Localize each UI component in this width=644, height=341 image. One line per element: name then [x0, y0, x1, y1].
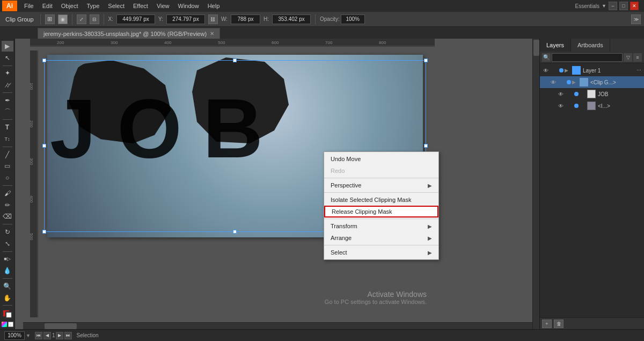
tab-artboards[interactable]: Artboards — [571, 39, 610, 52]
ellipse-tool[interactable]: ○ — [2, 172, 13, 183]
transform-icon[interactable]: ⤢ — [77, 14, 86, 24]
selection-tool[interactable]: ▶ — [2, 41, 13, 52]
next-page-btn[interactable]: ▶ — [56, 332, 63, 339]
new-layer-btn[interactable]: + — [542, 320, 552, 328]
ctx-arrange-arrow: ▶ — [428, 235, 432, 241]
color-mode-btn[interactable] — [2, 322, 7, 327]
none-mode-btn[interactable]: ⊘ — [8, 322, 13, 327]
y-label: Y: — [158, 16, 163, 22]
magic-wand-tool[interactable]: ✦ — [2, 68, 13, 78]
layer-row-image[interactable]: 👁 <I...> — [540, 100, 644, 112]
tab-close-icon[interactable]: ✕ — [210, 31, 214, 37]
pencil-tool[interactable]: ✏ — [2, 200, 13, 211]
zoom-tool[interactable]: 🔍 — [2, 281, 13, 292]
handle-tl[interactable] — [42, 59, 46, 62]
ctx-transform[interactable]: Transform ▶ — [324, 220, 438, 232]
layer-row-layer1[interactable]: 👁 ▶ Layer 1 ⋯ — [540, 64, 644, 76]
handle-ml[interactable] — [42, 144, 46, 148]
last-page-btn[interactable]: ⏭ — [64, 332, 72, 339]
layer-options-layer1[interactable]: ⋯ — [636, 68, 644, 73]
curvature-tool[interactable]: ⌒ — [2, 107, 13, 118]
ctx-perspective[interactable]: Perspective ▶ — [324, 179, 438, 191]
minimize-button[interactable]: – — [609, 2, 617, 10]
type-tool[interactable]: T — [2, 122, 13, 133]
ctx-isolate-clipping[interactable]: Isolate Selected Clipping Mask — [324, 194, 438, 206]
ctx-undo-move[interactable]: Undo Move — [324, 153, 438, 165]
ctx-arrange[interactable]: Arrange ▶ — [324, 232, 438, 244]
layer-expand-clipg[interactable]: ▶ — [572, 79, 577, 85]
tab-layers[interactable]: Layers — [540, 39, 571, 52]
touch-type-tool[interactable]: T↕ — [2, 134, 13, 144]
mode-icon[interactable]: ◉ — [58, 14, 68, 24]
menu-type[interactable]: Type — [83, 2, 104, 10]
prev-page-btn[interactable]: ◀ — [43, 332, 51, 339]
menu-bar: Ai File Edit Object Type Select Effect V… — [0, 0, 644, 12]
h-input[interactable] — [272, 14, 311, 24]
w-input[interactable] — [231, 14, 260, 24]
delete-layer-btn[interactable]: 🗑 — [554, 320, 564, 328]
menu-effect[interactable]: Effect — [129, 2, 152, 10]
y-input[interactable] — [166, 14, 205, 24]
opacity-input[interactable] — [341, 14, 365, 24]
vertical-scrollbar[interactable] — [532, 39, 539, 329]
menu-object[interactable]: Object — [57, 2, 82, 10]
main-layout: ▶ ↖ ✦ ⌭ ✒ ⌒ T T↕ ╱ ▭ ○ 🖌 ✏ ⌫ ↻ ⤡ ■▷ 💧 🔍 … — [0, 39, 644, 329]
eyedropper-tool[interactable]: 💧 — [2, 265, 13, 276]
stroke-color[interactable] — [5, 311, 12, 318]
line-tool[interactable]: ╱ — [2, 149, 13, 160]
layers-search-icon[interactable]: 🔍 — [542, 53, 551, 62]
lasso-tool[interactable]: ⌭ — [2, 79, 13, 90]
layer-eye-image[interactable]: 👁 — [557, 102, 565, 110]
handle-bm[interactable] — [233, 230, 237, 234]
scroll-thumb-h[interactable] — [45, 323, 77, 329]
menu-view[interactable]: View — [153, 2, 173, 10]
menu-window[interactable]: Window — [174, 2, 203, 10]
document-tab[interactable]: jeremy-perkins-380335-unsplash.jpg* @ 10… — [38, 28, 220, 39]
horizontal-scrollbar[interactable] — [23, 322, 532, 329]
direct-selection-tool[interactable]: ↖ — [2, 53, 13, 63]
canvas-area[interactable]: 200 300 400 500 600 700 800 100 200 300 … — [15, 39, 539, 329]
layer-color-layer1 — [559, 68, 564, 72]
zoom-input[interactable] — [4, 331, 25, 340]
ctx-select[interactable]: Select ▶ — [324, 246, 438, 258]
zoom-dropdown-icon[interactable]: ▼ — [26, 333, 31, 338]
x-input[interactable] — [116, 14, 155, 24]
layers-search-bar[interactable] — [552, 53, 623, 62]
layers-options-icon[interactable]: ≡ — [633, 53, 642, 62]
gradient-tool[interactable]: ■▷ — [2, 253, 13, 264]
menu-select[interactable]: Select — [104, 2, 128, 10]
rotate-tool[interactable]: ↻ — [2, 227, 13, 237]
restore-button[interactable]: □ — [619, 2, 628, 10]
layer-expand-layer1[interactable]: ▶ — [565, 68, 570, 73]
menu-help[interactable]: Help — [204, 2, 224, 10]
scroll-thumb-v[interactable] — [533, 40, 539, 56]
align-icon[interactable]: ⊟ — [90, 14, 99, 24]
menu-file[interactable]: File — [20, 2, 38, 10]
layers-toolbar: 🔍 ▽ ≡ — [540, 52, 644, 63]
menu-edit[interactable]: Edit — [39, 2, 56, 10]
layer-eye-clipg[interactable]: 👁 — [550, 78, 557, 86]
essentials-dropdown-icon[interactable]: ▼ — [602, 3, 606, 9]
status-bar: ▼ ⏮ ◀ 1 ▶ ⏭ Selection — [0, 329, 644, 341]
layer-eye-layer1[interactable]: 👁 — [542, 67, 550, 74]
handle-tr[interactable] — [424, 59, 428, 62]
handle-tm[interactable] — [233, 59, 237, 62]
eraser-tool[interactable]: ⌫ — [2, 211, 13, 222]
first-page-btn[interactable]: ⏮ — [35, 332, 42, 339]
ctx-release-clipping[interactable]: Release Clipping Mask — [324, 206, 438, 217]
layer-row-clipg[interactable]: 👁 ▶ <Clip G...> — [540, 76, 644, 88]
layer-eye-job[interactable]: 👁 — [557, 90, 565, 98]
layers-filter-icon[interactable]: ▽ — [624, 53, 632, 62]
link-icon[interactable]: ⛓ — [208, 14, 218, 24]
panel-toggle-icon[interactable]: ≫ — [631, 14, 641, 24]
paintbrush-tool[interactable]: 🖌 — [2, 188, 13, 199]
layer-row-job[interactable]: 👁 JOB — [540, 88, 644, 100]
pen-tool[interactable]: ✒ — [2, 95, 13, 106]
isolate-icon[interactable]: ⊞ — [45, 14, 55, 24]
scale-tool[interactable]: ⤡ — [2, 238, 13, 249]
hand-tool[interactable]: ✋ — [2, 293, 13, 303]
rectangle-tool[interactable]: ▭ — [2, 161, 13, 171]
close-button[interactable]: ✕ — [630, 2, 639, 10]
handle-mr[interactable] — [424, 144, 428, 148]
handle-bl[interactable] — [42, 230, 46, 234]
